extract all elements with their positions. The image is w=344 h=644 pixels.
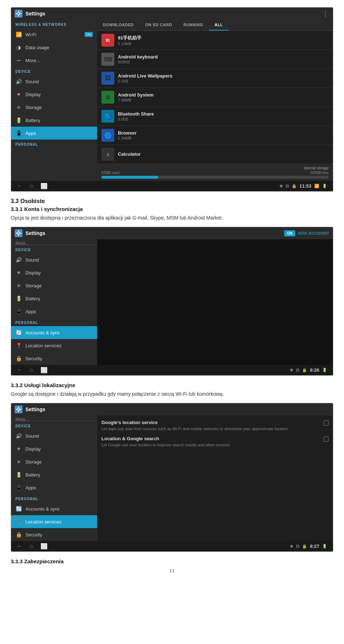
sidebar-2: More... DEVICE 🔊 Sound ☀ Display ≡ Stora… [11,239,97,365]
sidebar-item-sound-2[interactable]: 🔊 Sound [11,253,97,266]
time-display-2: 8:26 [310,367,319,373]
recents-btn-3[interactable]: ⬜ [40,543,48,550]
sidebar-item-accounts-3[interactable]: 🔄 Accounts & sync [11,502,97,515]
settings-icon-3 [15,405,23,413]
location-checkbox-1[interactable] [324,420,329,426]
app-icon-calculator: ± [101,148,114,161]
wifi-on-badge: ON [85,32,93,37]
screenshot-3: Settings More... DEVICE 🔊 Sound ☀ Displa… [11,403,333,552]
battery-status-icon-2: 🔋 [322,368,327,372]
security-icon-2: 🔒 [15,355,22,362]
home-button[interactable]: ⌂ [30,183,33,189]
tab-sdcard[interactable]: ON SD CARD [139,20,178,30]
sidebar-item-battery[interactable]: 🔋 Battery [11,114,97,127]
app-size-91: 5.19MB [118,42,329,46]
app-item-calculator[interactable]: ± Calculator [97,145,333,164]
tab-downloaded[interactable]: DOWNLOADED [97,20,139,30]
app-info-bluetooth: Bluetooth Share 0.00B [118,111,329,121]
subheading-331: 3.3.1 Konta i synchronizacja [11,206,333,212]
section-header-device-3: DEVICE [11,421,97,429]
svg-rect-6 [18,230,19,232]
accounts-label-3: Accounts & sync [25,506,60,512]
sidebar-item-datausage[interactable]: ◑ Data usage [11,41,97,54]
sidebar-item-more[interactable]: ••• More... [11,54,97,67]
sidebar-item-battery-3[interactable]: 🔋 Battery [11,468,97,481]
back-btn-2[interactable]: ← [17,367,23,373]
app-info-androidsystem: Android System 7.98MB [118,92,329,102]
recents-btn-2[interactable]: ⬜ [40,367,48,373]
battery-label-2: Battery [25,296,40,301]
svg-rect-7 [18,235,19,236]
sidebar-item-apps[interactable]: 📱 Apps [11,127,97,140]
app-item-keyboard[interactable]: ⌨ Android keyboard 600KB [97,50,333,69]
app-icon-browser: 🌐 [101,129,114,142]
sidebar-item-apps-3[interactable]: 📱 Apps [11,481,97,494]
storage-icon-2: ≡ [15,282,22,289]
storage-bar: Internal storage 62MB used 190MB free [97,164,333,181]
sidebar-item-display-3[interactable]: ☀ Display [11,442,97,455]
app-item-bluetooth[interactable]: 🔵 Bluetooth Share 0.00B [97,107,333,126]
usb-icon-3: ⊕ [290,544,293,549]
app-item-91[interactable]: 91 91手机助手 5.19MB [97,31,333,50]
sidebar-partial-more-3: More... [11,415,97,421]
settings-icon-2 [15,229,23,237]
usb-icon-2: ⊕ [290,368,293,372]
tab-running[interactable]: RUNNING [178,20,209,30]
menu-icon[interactable]: ⋮ [322,10,329,18]
sidebar-item-storage[interactable]: ≡ Storage [11,101,97,114]
app-icon-bluetooth: 🔵 [101,110,114,123]
topbar-title-3: Settings [25,406,329,412]
sound-label: Sound [25,79,39,84]
apps-label-2: Apps [25,309,36,314]
usb-icon: ⊕ [280,184,283,188]
app-size-keyboard: 600KB [118,60,329,64]
app-item-browser[interactable]: 🌐 Browser 2.34MB [97,126,333,145]
sidebar-item-apps-2[interactable]: 📱 Apps [11,305,97,318]
tab-bar: DOWNLOADED ON SD CARD RUNNING ALL [97,20,333,31]
app-info-browser: Browser 2.34MB [118,130,329,140]
section-header-personal-2: PERSONAL [11,318,97,326]
sidebar-item-storage-2[interactable]: ≡ Storage [11,279,97,292]
back-btn-3[interactable]: ← [17,543,23,550]
app-item-livewallpapers[interactable]: 🖼 Android Live Wallpapers 0.00B [97,69,333,88]
sidebar-item-display-2[interactable]: ☀ Display [11,266,97,279]
sidebar-item-display[interactable]: ☀ Display [11,88,97,101]
security-label-3: Security [25,532,42,537]
app-item-androidsystem[interactable]: ⚙ Android System 7.98MB [97,88,333,107]
location-checkbox-2[interactable] [324,437,329,442]
nav-buttons-3: ← ⌂ ⬜ [17,543,48,550]
sidebar-item-security-3[interactable]: 🔒 Security [11,528,97,541]
content-1: DOWNLOADED ON SD CARD RUNNING ALL 91 91手… [97,20,333,181]
location-option-header-2: Location & Google search [101,436,329,442]
sidebar-item-security-2[interactable]: 🔒 Security [11,352,97,365]
app-name-androidsystem: Android System [118,92,329,98]
on-toggle-btn[interactable]: ON [284,230,295,236]
app-size-bluetooth: 0.00B [118,117,329,121]
section-1-heading: 3.3 Osobiste 3.3.1 Konta i synchronizacj… [11,198,333,222]
sidebar-item-sound[interactable]: 🔊 Sound [11,75,97,88]
section-header-device-2: DEVICE [11,245,97,253]
sidebar-item-wifi[interactable]: 📶 Wi-Fi ON [11,28,97,41]
sidebar-item-storage-3[interactable]: ≡ Storage [11,455,97,468]
sidebar-item-location-3[interactable]: 📍 Location services [11,515,97,528]
add-account-btn[interactable]: ADD ACCOUNT [298,231,329,235]
sidebar-item-battery-2[interactable]: 🔋 Battery [11,292,97,305]
sidebar-item-location-2[interactable]: 📍 Location services [11,339,97,352]
back-button[interactable]: ← [17,183,23,189]
text-332: Google są dostępne i działają w przypadk… [11,390,333,398]
sidebar-item-sound-3[interactable]: 🔊 Sound [11,429,97,442]
bottombar-2: ← ⌂ ⬜ ⊕ ⊡ 🔒 8:26 🔋 [11,365,333,375]
sidebar-item-accounts[interactable]: 🔄 Accounts & sync [11,326,97,339]
bottombar-3: ← ⌂ ⬜ ⊕ ⊡ 🔒 8:27 🔋 [11,541,333,551]
location-icon-2: 📍 [15,342,22,349]
nav-buttons-2: ← ⌂ ⬜ [17,367,48,373]
sidebar-3: More... DEVICE 🔊 Sound ☀ Display ≡ Stora… [11,415,97,541]
home-btn-3[interactable]: ⌂ [30,543,33,550]
heading-33: 3.3 Osobiste [11,198,333,205]
tab-all[interactable]: ALL [209,20,229,30]
location-title-2: Location & Google search [101,436,159,441]
apps-icon: 📱 [15,130,22,136]
recents-button[interactable]: ⬜ [40,183,48,189]
svg-rect-12 [18,411,19,412]
home-btn-2[interactable]: ⌂ [30,367,33,373]
